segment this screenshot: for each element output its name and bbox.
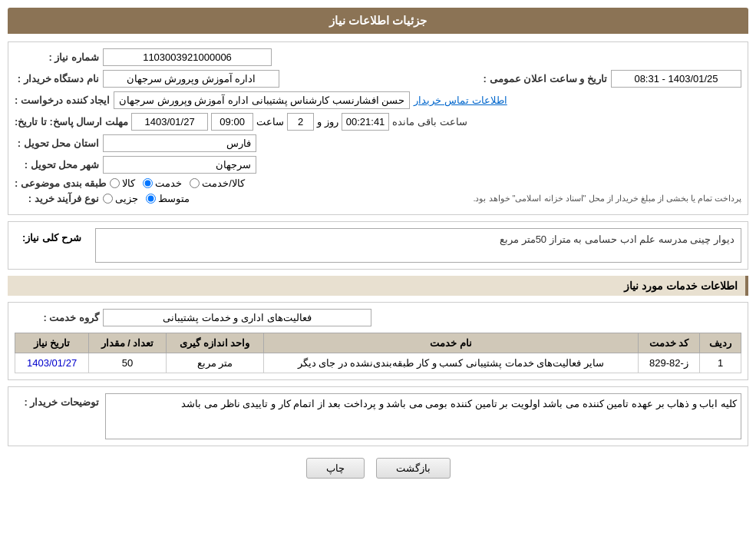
saat-label: ساعت <box>256 116 284 128</box>
saat-value: 09:00 <box>211 113 253 131</box>
tabaqe-khadamat-radio[interactable] <box>143 178 153 188</box>
ostan-label: استان محل تحویل : <box>15 137 99 149</box>
mande-label: ساعت باقی مانده <box>392 116 467 128</box>
goroh-khadamat-label: گروه خدمت : <box>15 312 99 323</box>
sharh-koli-value: دیوار چینی مدرسه علم ادب حسامی به متراز … <box>95 228 741 263</box>
sharh-koli-label: شرح کلی نیاز: <box>15 228 89 247</box>
tabaqe-kala: کالا <box>110 177 135 189</box>
ostan-value: فارس <box>103 134 256 152</box>
mohlat-label: مهلت ارسال پاسخ: تا تاریخ: <box>15 116 128 128</box>
tawzih-kharidar-label: توضیحات خریدار : <box>15 396 99 408</box>
farayand-jozi-radio[interactable] <box>103 194 113 204</box>
mande-value: 00:21:41 <box>342 113 390 131</box>
page-header: جزئیات اطلاعات نیاز <box>8 8 748 34</box>
table-row: 1ز-82-829سایر فعالیت‌های خدمات پشتیبانی … <box>15 353 741 373</box>
mohlat-date-value: 1403/01/27 <box>131 113 208 131</box>
tawzih-kharidar-textarea[interactable] <box>105 393 741 439</box>
nam-dastgah-value: اداره آموزش وپرورش سرجهان <box>103 70 279 88</box>
rooz-value: 2 <box>287 113 314 131</box>
farayand-motovaset-radio[interactable] <box>146 194 156 204</box>
rooz-label: روز و <box>317 116 338 128</box>
col-header-tarix: تاریخ نیاز <box>15 333 89 353</box>
farayand-notice: پرداخت تمام یا بخشی از مبلغ خریدار از مح… <box>200 194 741 204</box>
tabaqe-kala-khadamat-radio[interactable] <box>190 178 200 188</box>
col-header-nam: نام خدمت <box>263 333 638 353</box>
col-header-kod: کد خدمت <box>638 333 699 353</box>
shomare-niaz-value: 1103003921000006 <box>103 48 272 66</box>
nam-dastgah-label: نام دستگاه خریدار : <box>15 73 99 84</box>
tabaqe-khadamat: خدمت <box>143 177 182 189</box>
tabaqe-kala-radio[interactable] <box>110 178 120 188</box>
ejad-konande-label: ایجاد کننده درخواست : <box>15 94 110 106</box>
farayand-motovaset: متوسط <box>146 193 190 204</box>
tabaqe-kala-khadamat: کالا/خدمت <box>190 177 245 189</box>
farayand-label: نوع فرآیند خرید : <box>15 193 99 204</box>
khadamat-table: ردیف کد خدمت نام خدمت واحد اندازه گیری ت… <box>15 333 741 373</box>
ejad-konande-value: حسن افشارنسب کارشناس پشتیبانی اداره آموز… <box>114 91 410 109</box>
khadamat-section-title: اطلاعات خدمات مورد نیاز <box>8 276 748 296</box>
ettelaat-tamas-link[interactable]: اطلاعات تماس خریدار <box>414 94 507 106</box>
bazgasht-button[interactable]: بازگشت <box>376 458 451 479</box>
tarix-value: 1403/01/25 - 08:31 <box>611 70 741 88</box>
goroh-khadamat-value: فعالیت‌های اداری و خدمات پشتیبانی <box>103 309 371 326</box>
farayand-jozi: جزیی <box>103 193 138 204</box>
shomare-niaz-label: شماره نیاز : <box>15 51 99 63</box>
shahr-label: شهر محل تحویل : <box>15 159 99 171</box>
shahr-value: سرجهان <box>103 156 256 174</box>
chap-button[interactable]: چاپ <box>306 458 365 479</box>
col-header-vahed: واحد اندازه گیری <box>166 333 263 353</box>
col-header-tedad: تعداد / مقدار <box>89 333 167 353</box>
col-header-radif: ردیف <box>700 333 741 353</box>
tabaqe-label: طبقه بندی موضوعی : <box>15 177 106 189</box>
tarix-label: تاریخ و ساعت اعلان عمومی : <box>484 73 607 84</box>
footer-buttons: بازگشت چاپ <box>8 454 748 482</box>
